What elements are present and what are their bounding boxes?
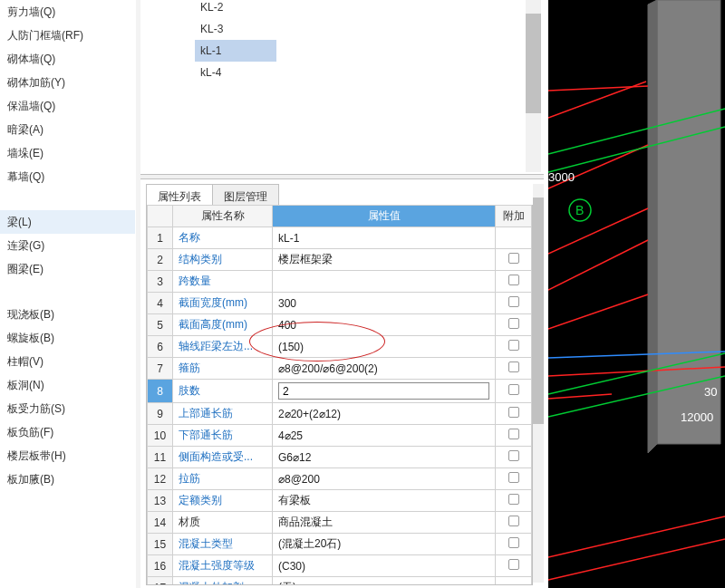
rownum-cell[interactable]: 9	[148, 403, 173, 425]
sidebar-item-opening[interactable]: 板洞(N)	[0, 373, 135, 397]
attr-extra-cell[interactable]	[496, 447, 532, 468]
sidebar-item-cap[interactable]: 柱帽(V)	[0, 350, 135, 373]
checkbox-icon[interactable]	[508, 494, 519, 505]
attr-value-cell[interactable]: (混凝土20石)	[273, 534, 496, 555]
attr-extra-cell[interactable]	[496, 577, 532, 586]
sidebar-item-masonryrebar[interactable]: 砌体加筋(Y)	[0, 71, 135, 94]
attr-name-cell[interactable]: 材质	[173, 512, 273, 534]
rownum-cell[interactable]: 17	[148, 577, 173, 586]
sidebar-item-curtainwall[interactable]: 幕墙(Q)	[0, 165, 135, 188]
attr-extra-cell[interactable]	[496, 468, 532, 490]
sidebar-item-hiddenbeam[interactable]: 暗梁(A)	[0, 118, 135, 141]
sidebar-item-slab[interactable]: 现浇板(B)	[0, 303, 135, 326]
table-row[interactable]: 4截面宽度(mm)300	[148, 293, 532, 314]
attr-name-cell[interactable]: 截面高度(mm)	[173, 314, 273, 336]
sidebar-item-spiralslab[interactable]: 螺旋板(B)	[0, 326, 135, 350]
attr-extra-cell[interactable]	[496, 293, 532, 314]
header-name[interactable]: 属性名称	[173, 206, 273, 227]
checkbox-icon[interactable]	[508, 361, 519, 372]
header-value[interactable]: 属性值	[273, 206, 496, 227]
attr-value-cell[interactable]: 有梁板	[273, 490, 496, 512]
attr-value-cell[interactable]: ⌀8@200	[273, 468, 496, 490]
attr-name-cell[interactable]: 混凝土类型	[173, 534, 273, 555]
attr-name-cell[interactable]: 肢数	[173, 380, 273, 403]
rownum-cell[interactable]: 4	[148, 293, 173, 314]
header-rownum[interactable]	[148, 206, 173, 227]
attr-scrollbar[interactable]	[533, 184, 544, 583]
rownum-cell[interactable]: 5	[148, 314, 173, 336]
checkbox-icon[interactable]	[508, 472, 519, 483]
table-row[interactable]: 2结构类别楼层框架梁	[148, 249, 532, 271]
beam-item-kl1[interactable]: kL-1	[195, 40, 276, 62]
attr-extra-cell[interactable]	[496, 271, 532, 293]
beam-item-kl3[interactable]: KL-3	[195, 18, 276, 40]
attr-name-cell[interactable]: 拉筋	[173, 468, 273, 490]
attr-name-cell[interactable]: 名称	[173, 227, 273, 249]
checkbox-icon[interactable]	[508, 516, 519, 526]
attr-extra-cell[interactable]	[496, 403, 532, 425]
attr-extra-cell[interactable]	[496, 249, 532, 271]
checkbox-icon[interactable]	[508, 253, 519, 264]
attr-extra-cell[interactable]	[496, 512, 532, 534]
attr-value-cell[interactable]: 楼层框架梁	[273, 249, 496, 271]
checkbox-icon[interactable]	[508, 450, 519, 461]
table-row[interactable]: 15混凝土类型(混凝土20石)	[148, 534, 532, 555]
table-row[interactable]: 12拉筋⌀8@200	[148, 468, 532, 490]
table-row[interactable]: 7箍筋⌀8@200/⌀6@200(2)	[148, 358, 532, 380]
rownum-cell[interactable]: 2	[148, 249, 173, 271]
attr-value-cell[interactable]: kL-1	[273, 227, 496, 249]
beam-item-kl4[interactable]: kL-4	[195, 62, 276, 83]
attr-value-cell[interactable]: 400	[273, 314, 496, 336]
checkbox-icon[interactable]	[508, 407, 519, 418]
table-row[interactable]: 5截面高度(mm)400	[148, 314, 532, 336]
attr-name-cell[interactable]: 截面宽度(mm)	[173, 293, 273, 314]
checkbox-icon[interactable]	[508, 318, 519, 329]
attr-extra-cell[interactable]	[496, 358, 532, 380]
attr-extra-cell[interactable]	[496, 534, 532, 555]
sidebar-item-negrebar[interactable]: 板负筋(F)	[0, 420, 135, 444]
attr-name-cell[interactable]: 定额类别	[173, 490, 273, 512]
attr-value-cell[interactable]: G6⌀12	[273, 447, 496, 468]
table-row[interactable]: 17混凝土外加剂(无)	[148, 577, 532, 586]
attr-table-wrap[interactable]: 属性名称 属性值 附加 1名称kL-12结构类别楼层框架梁3跨数量4截面宽度(m…	[146, 205, 533, 585]
attr-name-cell[interactable]: 箍筋	[173, 358, 273, 380]
checkbox-icon[interactable]	[508, 559, 519, 570]
checkbox-icon[interactable]	[508, 537, 519, 548]
attr-extra-cell[interactable]	[496, 314, 532, 336]
attr-value-cell[interactable]: (150)	[273, 336, 496, 358]
attr-value-cell[interactable]: ⌀8@200/⌀6@200(2)	[273, 358, 496, 380]
rownum-cell[interactable]: 11	[148, 447, 173, 468]
attr-value-cell[interactable]	[273, 271, 496, 293]
table-row[interactable]: 14材质商品混凝土	[148, 512, 532, 534]
attr-name-cell[interactable]: 混凝土外加剂	[173, 577, 273, 586]
attr-name-cell[interactable]: 轴线距梁左边...	[173, 336, 273, 358]
rownum-cell[interactable]: 8	[148, 380, 173, 403]
attr-value-cell[interactable]: 商品混凝土	[273, 512, 496, 534]
attr-value-cell[interactable]: (无)	[273, 577, 496, 586]
sidebar-item-shearwall[interactable]: 剪力墙(Q)	[0, 0, 135, 24]
sidebar-item-slabrebar[interactable]: 板受力筋(S)	[0, 397, 135, 420]
rownum-cell[interactable]: 3	[148, 271, 173, 293]
table-row[interactable]: 10下部通长筋4⌀25	[148, 425, 532, 447]
attr-value-cell[interactable]: 4⌀25	[273, 425, 496, 447]
attr-name-cell[interactable]: 下部通长筋	[173, 425, 273, 447]
sidebar-item-slabstrip[interactable]: 楼层板带(H)	[0, 444, 135, 468]
rownum-cell[interactable]: 12	[148, 468, 173, 490]
checkbox-icon[interactable]	[508, 275, 519, 285]
rownum-cell[interactable]: 10	[148, 425, 173, 447]
table-row[interactable]: 9上部通长筋2⌀20+(2⌀12)	[148, 403, 532, 425]
attr-value-cell[interactable]	[273, 380, 496, 403]
rownum-cell[interactable]: 6	[148, 336, 173, 358]
header-extra[interactable]: 附加	[496, 206, 532, 227]
rownum-cell[interactable]: 1	[148, 227, 173, 249]
checkbox-icon[interactable]	[508, 429, 519, 439]
checkbox-icon[interactable]	[508, 384, 519, 395]
attr-extra-cell[interactable]	[496, 555, 532, 577]
3d-viewport[interactable]: B 3000 30 12000	[548, 0, 725, 588]
table-row[interactable]: 3跨数量	[148, 271, 532, 293]
checkbox-icon[interactable]	[508, 296, 519, 307]
table-row[interactable]: 13定额类别有梁板	[148, 490, 532, 512]
attr-extra-cell[interactable]	[496, 336, 532, 358]
attr-scrollbar-thumb[interactable]	[533, 198, 544, 424]
sidebar-item-rf[interactable]: 人防门框墙(RF)	[0, 24, 135, 47]
